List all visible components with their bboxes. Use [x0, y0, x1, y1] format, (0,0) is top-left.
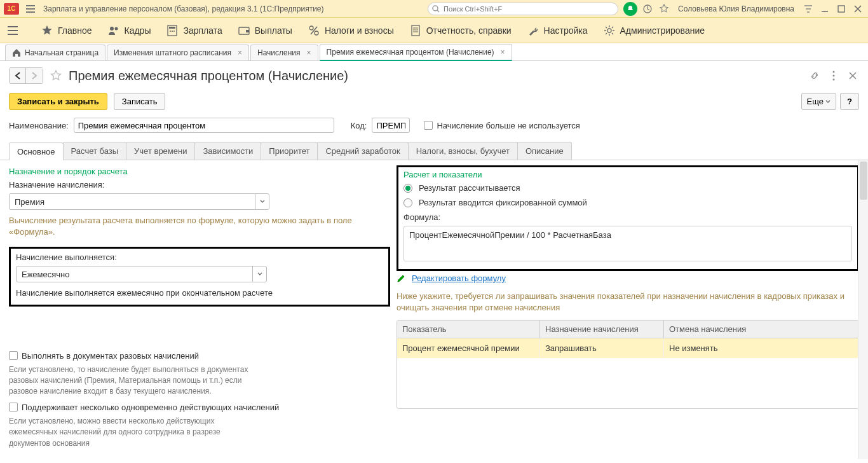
- app-title: Зарплата и управление персоналом (базова…: [43, 4, 324, 13]
- nav-back-button[interactable]: [10, 68, 26, 83]
- page-title: Премия ежемесячная процентом (Начисление…: [69, 69, 348, 83]
- formula-label: Формула:: [403, 212, 852, 222]
- cb-multiple[interactable]: [9, 403, 18, 411]
- code-input[interactable]: [372, 118, 410, 133]
- left-column: Назначение и порядок расчета Назначение …: [9, 167, 390, 459]
- chevron-down-icon[interactable]: [255, 194, 269, 209]
- menu-hamburger-icon[interactable]: [6, 24, 19, 37]
- minimize-icon[interactable]: [818, 3, 831, 15]
- titlebar: 1C Зарплата и управление персоналом (баз…: [0, 0, 868, 18]
- menu-salary[interactable]: Зарплата: [166, 25, 222, 36]
- chevron-down-icon: [825, 99, 831, 104]
- tab-avg[interactable]: Средний заработок: [317, 142, 408, 160]
- scrollbar-thumb[interactable]: [860, 162, 867, 200]
- help-button[interactable]: ?: [840, 93, 859, 110]
- wallet-icon: [238, 25, 250, 36]
- indicators-hint: Ниже укажите, требуется ли запрашивать з…: [397, 291, 859, 314]
- menu-reports[interactable]: Отчетность, справки: [410, 25, 512, 36]
- th-assign: Назначение начисления: [540, 321, 664, 338]
- menu-hr[interactable]: Кадры: [108, 25, 151, 36]
- tab-close-icon[interactable]: ×: [501, 48, 505, 57]
- search-input[interactable]: [428, 3, 618, 15]
- perform-hint: Начисление выполняется ежемесячно при ок…: [16, 287, 383, 299]
- tab-desc[interactable]: Описание: [517, 142, 572, 160]
- chevron-down-icon[interactable]: [252, 266, 266, 282]
- header-form: Наименование: Код: Начисление больше не …: [0, 116, 868, 138]
- svg-point-9: [173, 31, 175, 32]
- hamburger-icon[interactable]: [24, 3, 37, 15]
- menu-payments[interactable]: Выплаты: [238, 25, 292, 36]
- percent-icon: [308, 25, 320, 36]
- history-icon[interactable]: [641, 3, 654, 15]
- cb1-label: Выполнять в документах разовых начислени…: [22, 351, 199, 361]
- svg-point-0: [433, 6, 438, 11]
- tab-time[interactable]: Учет времени: [126, 142, 195, 160]
- maximize-icon[interactable]: [835, 3, 848, 15]
- edit-formula-link[interactable]: Редактировать формулу: [412, 273, 506, 283]
- perform-box: Начисление выполняется: Ежемесячно Начис…: [9, 247, 390, 306]
- svg-rect-14: [412, 25, 419, 36]
- more-vertical-icon[interactable]: [827, 69, 840, 82]
- calculator-icon: [166, 25, 178, 36]
- assign-hint: Вычисление результата расчета выполняетс…: [9, 215, 390, 238]
- home-icon: [12, 48, 21, 57]
- notifications-icon[interactable]: [623, 2, 637, 16]
- tab-current[interactable]: Премия ежемесячная процентом (Начисление…: [320, 44, 512, 61]
- pencil-icon: [397, 274, 405, 283]
- svg-point-7: [170, 31, 171, 32]
- menu-admin[interactable]: Администрирование: [604, 25, 705, 36]
- tab-close-icon[interactable]: ×: [307, 48, 311, 57]
- th-cancel: Отмена начисления: [664, 321, 858, 338]
- toolbar: Записать и закрыть Записать Еще ?: [0, 90, 868, 116]
- cb-single-docs[interactable]: [9, 351, 18, 360]
- nav-forward-button[interactable]: [26, 68, 43, 83]
- tab-deps[interactable]: Зависимости: [194, 142, 261, 160]
- form-tabs: Основное Расчет базы Учет времени Зависи…: [0, 142, 868, 160]
- tab-prio[interactable]: Приоритет: [261, 142, 318, 160]
- tab-start-page[interactable]: Начальная страница: [5, 45, 105, 60]
- favorite-icon[interactable]: [50, 69, 62, 82]
- people-icon: [108, 25, 119, 36]
- filter-icon[interactable]: [802, 3, 815, 15]
- perform-select[interactable]: Ежемесячно: [16, 266, 267, 282]
- close-icon[interactable]: [851, 3, 864, 15]
- not-used-checkbox[interactable]: [424, 121, 433, 130]
- svg-point-8: [172, 31, 173, 32]
- name-input[interactable]: [74, 118, 334, 133]
- tab-tax[interactable]: Налоги, взносы, бухучет: [408, 142, 518, 160]
- radio-calculated[interactable]: [403, 184, 412, 193]
- tab-close-icon[interactable]: ×: [238, 48, 242, 57]
- document-icon: [410, 25, 421, 36]
- tab-staff-changes[interactable]: Изменения штатного расписания ×: [107, 45, 249, 60]
- link-icon[interactable]: [808, 69, 821, 82]
- menu-taxes[interactable]: Налоги и взносы: [308, 25, 394, 36]
- logo-1c: 1C: [4, 3, 19, 15]
- svg-point-4: [114, 27, 118, 30]
- group-assignment: Назначение и порядок расчета: [9, 167, 390, 176]
- menu-main[interactable]: Главное: [41, 25, 92, 36]
- formula-box: ПроцентЕжемесячнойПремии / 100 * Расчетн…: [403, 226, 852, 261]
- tab-base[interactable]: Расчет базы: [63, 142, 127, 160]
- star-icon[interactable]: [658, 3, 670, 15]
- close-page-icon[interactable]: [846, 69, 859, 82]
- save-close-button[interactable]: Записать и закрыть: [9, 93, 107, 110]
- group-calc: Расчет и показатели: [403, 170, 852, 179]
- menu-settings[interactable]: Настройка: [527, 25, 588, 36]
- table-row[interactable]: Процент ежемесячной премии Запрашивать Н…: [397, 338, 858, 358]
- th-indicator: Показатель: [397, 321, 540, 338]
- more-button[interactable]: Еще: [801, 93, 836, 110]
- svg-point-3: [110, 27, 114, 31]
- tab-accruals[interactable]: Начисления ×: [250, 45, 318, 60]
- search-bar: [428, 3, 618, 15]
- tab-main[interactable]: Основное: [9, 142, 64, 160]
- svg-rect-6: [169, 27, 175, 29]
- cb2-label: Поддерживает несколько одновременно дейс…: [22, 403, 279, 412]
- save-button[interactable]: Записать: [114, 93, 166, 110]
- svg-point-16: [833, 71, 835, 73]
- cb2-hint: Если установлено, можно ввести несколько…: [9, 416, 257, 449]
- assign-select[interactable]: Премия: [9, 193, 269, 210]
- scrollbar[interactable]: [858, 160, 868, 459]
- calc-box: Расчет и показатели Результат рассчитыва…: [397, 165, 859, 271]
- star-solid-icon: [41, 25, 53, 36]
- radio-fixed[interactable]: [403, 198, 412, 207]
